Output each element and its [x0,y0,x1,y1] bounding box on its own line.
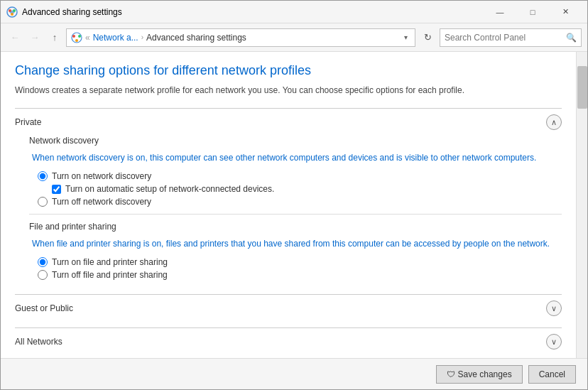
file-sharing-on-label: Turn on file and printer sharing [52,257,168,267]
guest-public-section-header[interactable]: Guest or Public ∨ [15,295,562,322]
network-discovery-options: Turn on network discovery Turn on automa… [29,171,562,207]
svg-point-7 [75,39,78,42]
content-area: Change sharing options for different net… [1,52,587,358]
network-discovery-title: Network discovery [29,136,562,146]
save-label: Save changes [458,369,512,379]
divider [29,214,562,215]
radio-on-label: Turn on network discovery [52,171,151,181]
network-icon [71,32,82,43]
search-button[interactable]: 🔍 [566,33,577,43]
private-toggle-icon: ∧ [551,118,557,127]
footer: 🛡 Save changes Cancel [1,358,587,389]
file-sharing-on-input[interactable] [38,257,48,267]
window-controls: — □ ✕ [484,1,582,23]
svg-point-3 [11,13,13,16]
minimize-button[interactable]: — [484,1,516,23]
file-sharing-off-input[interactable] [38,270,48,280]
breadcrumb-arrow: › [141,33,143,41]
all-networks-section: All Networks ∨ [15,327,562,355]
page-title: Change sharing options for different net… [15,63,562,78]
refresh-button[interactable]: ↻ [418,28,437,47]
auto-setup-checkbox[interactable] [52,185,61,194]
file-sharing-options: Turn on file and printer sharing Turn of… [29,257,562,280]
back-button[interactable]: ← [6,29,23,46]
save-button[interactable]: 🛡 Save changes [436,365,523,384]
scroll-thumb[interactable] [577,66,587,109]
radio-on-input[interactable] [38,171,48,181]
breadcrumb-current: Advanced sharing settings [146,33,246,43]
search-input[interactable] [445,33,566,43]
breadcrumb-bar: « Network a... › Advanced sharing settin… [66,28,415,47]
svg-point-1 [9,9,11,12]
private-section-header[interactable]: Private ∧ [15,109,562,136]
guest-public-toggle-icon: ∨ [551,304,557,313]
breadcrumb-parent[interactable]: Network a... [93,33,138,43]
all-networks-toggle-icon: ∨ [551,337,557,347]
guest-public-section-toggle[interactable]: ∨ [546,300,562,316]
radio-off-label: Turn off network discovery [52,197,151,207]
breadcrumb-separator1: « [85,33,90,43]
title-bar: Advanced sharing settings — □ ✕ [1,1,587,23]
main-window: Advanced sharing settings — □ ✕ ← → ↑ « … [0,0,588,390]
radio-off-input[interactable] [38,197,48,207]
forward-button[interactable]: → [26,29,43,46]
auto-setup-label: Turn on automatic setup of network-conne… [65,184,274,194]
radio-file-sharing-off: Turn off file and printer sharing [38,270,562,280]
guest-public-section-title: Guest or Public [15,303,546,313]
checkbox-auto-setup: Turn on automatic setup of network-conne… [52,184,562,194]
private-section-toggle[interactable]: ∧ [546,114,562,130]
svg-point-5 [72,35,75,38]
file-sharing-off-label: Turn off file and printer sharing [52,270,168,280]
address-bar: ← → ↑ « Network a... › Advanced sharing … [1,23,587,52]
window-title: Advanced sharing settings [22,7,484,17]
all-networks-section-header[interactable]: All Networks ∨ [15,328,562,355]
all-networks-section-toggle[interactable]: ∨ [546,334,562,350]
app-icon [6,6,18,18]
radio-turn-on-discovery: Turn on network discovery [38,171,562,181]
private-section: Private ∧ Network discovery When network… [15,108,562,288]
up-button[interactable]: ↑ [46,29,63,46]
page-description: Windows creates a separate network profi… [15,84,562,97]
private-section-content: Network discovery When network discovery… [15,136,562,288]
guest-public-section: Guest or Public ∨ [15,294,562,322]
search-box: 🔍 [440,28,582,47]
private-section-title: Private [15,117,546,127]
file-sharing-description: When file and printer sharing is on, fil… [29,237,562,250]
main-content: Change sharing options for different net… [1,52,576,358]
radio-turn-off-discovery: Turn off network discovery [38,197,562,207]
maximize-button[interactable]: □ [516,1,549,23]
file-sharing-title: File and printer sharing [29,222,562,232]
breadcrumb-dropdown-button[interactable]: ▾ [401,32,410,43]
close-button[interactable]: ✕ [549,1,582,23]
scrollbar[interactable] [576,52,587,358]
radio-file-sharing-on: Turn on file and printer sharing [38,257,562,267]
network-discovery-description: When network discovery is on, this compu… [29,151,562,164]
svg-point-2 [13,9,16,12]
svg-point-6 [78,35,81,38]
all-networks-section-title: All Networks [15,337,546,347]
cancel-button[interactable]: Cancel [528,365,576,384]
save-icon: 🛡 [447,369,455,379]
